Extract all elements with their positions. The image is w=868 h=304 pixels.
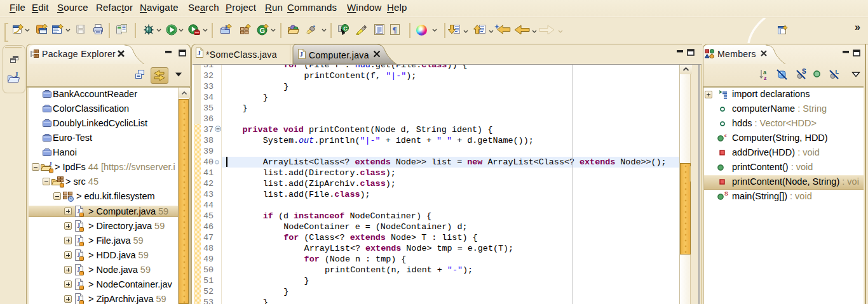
svg-text:¶: ¶ — [393, 25, 397, 34]
svg-text:J: J — [300, 51, 303, 58]
svg-text:J: J — [49, 161, 52, 167]
svg-text:G: G — [260, 27, 266, 34]
svg-text:L: L — [836, 69, 839, 75]
svg-text:J: J — [198, 50, 201, 56]
svg-text:J: J — [224, 24, 227, 30]
svg-text:C: C — [343, 25, 348, 32]
svg-text:z: z — [764, 75, 767, 81]
svg-text:J: J — [15, 71, 18, 78]
svg-text:S: S — [802, 69, 806, 75]
